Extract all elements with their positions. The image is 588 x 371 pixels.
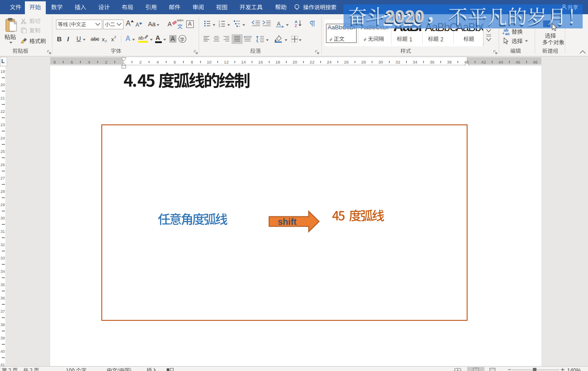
svg-text:48: 48 xyxy=(533,60,538,64)
svg-text:35: 35 xyxy=(0,283,5,287)
svg-text:33: 33 xyxy=(0,256,5,260)
svg-text:24: 24 xyxy=(327,60,332,64)
svg-text:30: 30 xyxy=(0,216,5,220)
svg-text:28: 28 xyxy=(361,60,366,64)
svg-text:Z: Z xyxy=(295,24,297,28)
svg-text:38: 38 xyxy=(447,60,452,64)
svg-text:40: 40 xyxy=(0,349,5,354)
svg-text:20: 20 xyxy=(292,60,297,64)
svg-text:18: 18 xyxy=(276,60,280,64)
svg-text:21: 21 xyxy=(0,96,5,100)
svg-text:37: 37 xyxy=(0,309,5,314)
svg-text:19: 19 xyxy=(0,69,5,74)
svg-text:44: 44 xyxy=(498,60,503,64)
svg-text:2: 2 xyxy=(139,60,141,64)
svg-text:28: 28 xyxy=(0,189,5,194)
svg-text:42: 42 xyxy=(481,60,486,64)
svg-text:34: 34 xyxy=(0,269,5,274)
svg-text:8: 8 xyxy=(191,60,193,64)
svg-text:ac: ac xyxy=(505,32,510,36)
svg-text:A: A xyxy=(277,21,280,27)
svg-text:6: 6 xyxy=(174,60,176,64)
svg-text:32: 32 xyxy=(396,60,400,64)
svg-text:10: 10 xyxy=(207,60,212,64)
svg-text:30: 30 xyxy=(378,60,383,64)
svg-text:8: 8 xyxy=(53,60,56,64)
svg-text:26: 26 xyxy=(344,60,349,64)
svg-text:27: 27 xyxy=(0,176,5,180)
svg-text:31: 31 xyxy=(0,229,5,234)
svg-text:34: 34 xyxy=(412,60,417,64)
svg-text:36: 36 xyxy=(430,60,435,64)
svg-text:29: 29 xyxy=(0,203,5,207)
svg-text:22: 22 xyxy=(310,60,315,64)
svg-text:3: 3 xyxy=(219,25,220,27)
svg-text:25: 25 xyxy=(0,149,5,154)
svg-text:4: 4 xyxy=(88,60,90,64)
svg-text:32: 32 xyxy=(0,243,5,247)
svg-text:26: 26 xyxy=(0,163,5,167)
svg-text:24: 24 xyxy=(0,136,5,140)
svg-text:38: 38 xyxy=(0,323,5,327)
svg-text:12: 12 xyxy=(224,60,229,64)
svg-text:46: 46 xyxy=(516,60,520,64)
svg-text:23: 23 xyxy=(0,123,5,127)
svg-text:16: 16 xyxy=(258,60,263,64)
svg-text:20: 20 xyxy=(0,83,5,87)
svg-text:39: 39 xyxy=(0,336,5,340)
svg-text:2: 2 xyxy=(105,60,107,64)
svg-text:36: 36 xyxy=(0,296,5,300)
svg-text:6: 6 xyxy=(71,60,73,64)
svg-text:14: 14 xyxy=(241,60,246,64)
svg-text:22: 22 xyxy=(0,109,5,114)
svg-text:4: 4 xyxy=(156,60,159,64)
